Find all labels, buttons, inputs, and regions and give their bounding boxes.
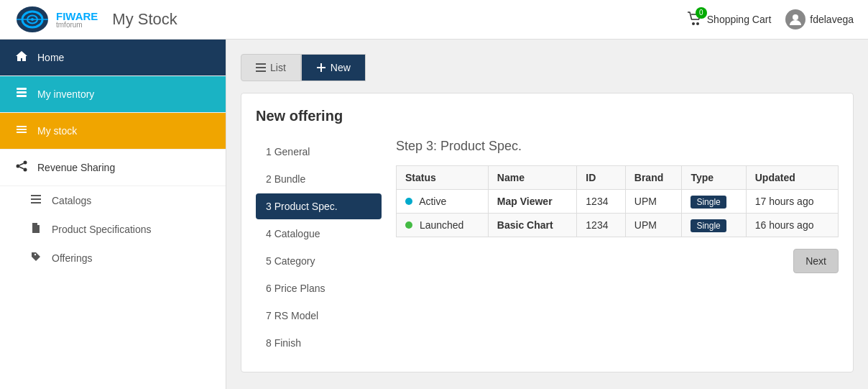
svg-rect-27 <box>317 67 326 68</box>
cart-label: Shopping Cart <box>707 14 772 25</box>
cart-badge: 0 <box>696 7 707 19</box>
svg-rect-9 <box>17 91 27 93</box>
table-row[interactable]: Launched Basic Chart 1234 UPM Single 16 … <box>397 214 839 237</box>
next-button[interactable]: Next <box>793 249 839 273</box>
tab-list[interactable]: List <box>241 54 301 81</box>
sidebar-item-my-stock[interactable]: My stock <box>0 113 226 150</box>
tab-new[interactable]: New <box>301 54 366 81</box>
step-general[interactable]: 1 General <box>256 139 382 165</box>
cell-status: Active <box>397 190 489 214</box>
svg-rect-12 <box>17 129 27 130</box>
type-badge: Single <box>691 196 726 209</box>
svg-line-17 <box>19 163 24 165</box>
table-row[interactable]: Active Map Viewer 1234 UPM Single 17 hou… <box>397 190 839 214</box>
user-avatar-icon <box>785 9 805 29</box>
col-updated: Updated <box>746 166 838 190</box>
list-icon <box>30 193 42 205</box>
cell-status: Launched <box>397 214 489 237</box>
table-header-row: Status Name ID Brand Type Updated <box>397 166 839 190</box>
step-price-plans[interactable]: 6 Price Plans <box>256 275 382 301</box>
username-label: fdelavega <box>810 14 854 25</box>
sidebar-sub-label-catalogs: Catalogs <box>52 195 91 206</box>
tab-list-label: List <box>270 62 286 73</box>
step-rs-model-label: 7 RS Model <box>266 310 318 321</box>
svg-rect-10 <box>17 95 27 97</box>
step-finish[interactable]: 8 Finish <box>256 330 382 356</box>
catalogs-icon <box>29 193 43 208</box>
fiware-text: FIWARE <box>56 11 98 22</box>
stock-svg <box>15 123 28 136</box>
col-status: Status <box>397 166 489 190</box>
main-card: New offering 1 General 2 Bundle 3 Produc… <box>241 93 854 372</box>
step-rs-model[interactable]: 7 RS Model <box>256 303 382 329</box>
status-dot <box>405 198 412 205</box>
main-layout: Home My inventory My stock <box>0 40 868 389</box>
steps-navigation: 1 General 2 Bundle 3 Product Spec. 4 Cat… <box>256 139 382 357</box>
step-bundle[interactable]: 2 Bundle <box>256 166 382 192</box>
shopping-cart-button[interactable]: 0 Shopping Cart <box>687 12 772 28</box>
share-icon <box>14 160 29 175</box>
status-text: Launched <box>420 219 464 231</box>
step-content-area: Step 3: Product Spec. Status Name ID Bra… <box>396 139 839 357</box>
inventory-icon <box>14 86 29 102</box>
step-finish-label: 8 Finish <box>266 337 301 349</box>
type-badge: Single <box>691 219 726 232</box>
fiware-logo: FIWARE tmforum <box>14 5 98 34</box>
list-tab-icon <box>256 63 266 73</box>
svg-point-15 <box>17 165 20 168</box>
step-layout: 1 General 2 Bundle 3 Product Spec. 4 Cat… <box>256 139 839 357</box>
cell-id: 1234 <box>577 190 625 214</box>
svg-rect-20 <box>31 198 41 200</box>
top-tabs: List New <box>241 54 854 81</box>
svg-rect-8 <box>17 88 27 90</box>
cell-name: Basic Chart <box>488 214 577 237</box>
sidebar-item-label-stock: My stock <box>37 125 77 137</box>
sidebar-item-label-home: Home <box>37 52 64 63</box>
svg-point-6 <box>696 22 699 25</box>
svg-rect-11 <box>17 126 27 127</box>
sidebar-item-label-revenue: Revenue Sharing <box>37 162 115 173</box>
step-product-spec[interactable]: 3 Product Spec. <box>256 193 382 219</box>
sidebar-item-label-inventory: My inventory <box>37 88 94 100</box>
sidebar: Home My inventory My stock <box>0 40 226 389</box>
cell-updated: 17 hours ago <box>746 190 838 214</box>
sidebar-item-home[interactable]: Home <box>0 40 226 76</box>
user-menu[interactable]: fdelavega <box>785 9 854 29</box>
svg-point-22 <box>34 254 36 255</box>
cell-name: Map Viewer <box>488 190 577 214</box>
cell-brand: UPM <box>625 190 682 214</box>
home-svg <box>15 50 28 63</box>
sidebar-sub-item-offerings[interactable]: Offerings <box>0 244 226 273</box>
button-container: Next <box>396 237 839 273</box>
tmforum-text: tmforum <box>56 22 98 29</box>
col-brand: Brand <box>625 166 682 190</box>
stock-icon <box>14 123 29 139</box>
step-title: Step 3: Product Spec. <box>396 139 839 154</box>
col-type: Type <box>682 166 746 190</box>
sidebar-item-revenue-sharing[interactable]: Revenue Sharing <box>0 150 226 186</box>
sidebar-sub-item-product-specs[interactable]: Product Specifications <box>0 215 226 244</box>
cell-type: Single <box>682 190 746 214</box>
content-area: List New New offering 1 General <box>226 40 868 389</box>
plus-icon <box>316 63 326 73</box>
svg-rect-19 <box>31 195 41 196</box>
inventory-svg <box>15 86 28 99</box>
step-category[interactable]: 5 Category <box>256 248 382 274</box>
sidebar-item-my-inventory[interactable]: My inventory <box>0 76 226 113</box>
sidebar-sub-item-catalogs[interactable]: Catalogs <box>0 186 226 215</box>
status-text: Active <box>419 196 446 207</box>
share-svg <box>15 160 28 173</box>
product-specs-icon <box>29 222 43 237</box>
step-product-spec-label: 3 Product Spec. <box>266 201 338 212</box>
person-icon <box>789 13 802 26</box>
offerings-icon <box>29 251 43 265</box>
logo-icon <box>14 5 50 34</box>
file-icon <box>30 222 42 234</box>
svg-rect-23 <box>256 63 266 65</box>
svg-point-7 <box>793 14 798 20</box>
app-title: My Stock <box>112 10 177 29</box>
step-general-label: 1 General <box>266 146 310 157</box>
step-category-label: 5 Category <box>266 255 315 267</box>
header-left: FIWARE tmforum My Stock <box>14 5 177 34</box>
step-catalogue[interactable]: 4 Catalogue <box>256 221 382 247</box>
